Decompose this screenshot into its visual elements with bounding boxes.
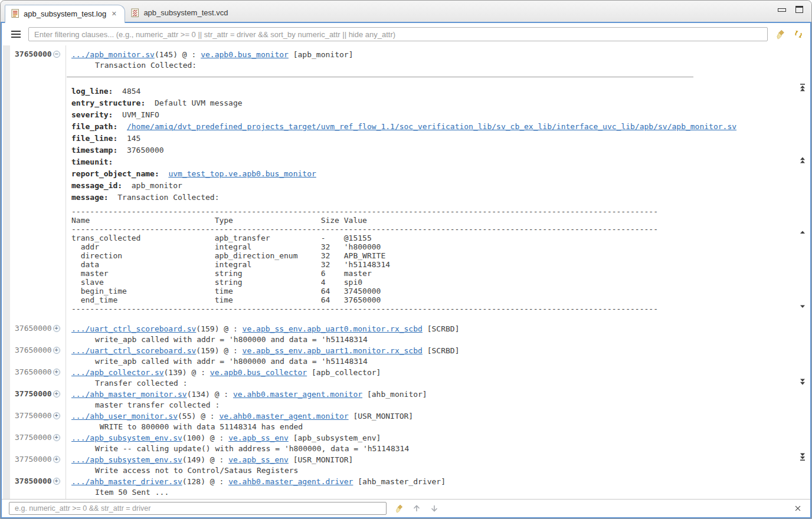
entry-gutter: 37650000− xyxy=(15,50,60,58)
entry-gutter: 37750000+ xyxy=(15,389,60,398)
clear-filter-icon[interactable] xyxy=(774,28,786,40)
clear-search-icon[interactable] xyxy=(394,503,404,514)
detail-field: message: Transaction Collected: xyxy=(71,192,794,203)
expand-icon[interactable]: + xyxy=(53,412,60,419)
tab-log-file[interactable]: apb_subsystem_test.log × xyxy=(5,5,125,23)
page-up-icon[interactable] xyxy=(799,156,806,165)
prev-match-icon[interactable] xyxy=(411,503,422,514)
source-file-link[interactable]: .../ahb_master_driver.sv xyxy=(71,477,182,486)
report-object-link[interactable]: ve.ahb0.master_agent.monitor xyxy=(219,412,348,421)
detail-field-link[interactable]: uvm_test_top.ve.apb0.bus_monitor xyxy=(168,169,316,178)
editor-tabbar: apb_subsystem_test.log × apb_subsystem_t… xyxy=(1,1,811,22)
expand-icon[interactable]: + xyxy=(53,390,60,398)
entry-header: .../apb_subsystem_env.sv(149) @ : ve.apb… xyxy=(71,455,794,465)
entry-message: Transfer collected : xyxy=(71,378,794,389)
detail-field: timestamp: 37650000 xyxy=(71,144,794,156)
tab-vcd-file[interactable]: apb_subsystem_test.vcd xyxy=(125,4,236,22)
message-id-tag: [USR_MONITOR] xyxy=(289,455,353,464)
log-entry: 37750000+.../ahb_master_monitor.sv(134) … xyxy=(2,389,794,410)
message-id-tag: [SCRBD] xyxy=(423,324,460,333)
entry-header: .../ahb_user_monitor.sv(55) @ : ve.ahb0.… xyxy=(71,411,794,422)
message-id-tag: [apb_monitor] xyxy=(289,50,353,59)
entry-timestamp: 37650000 xyxy=(15,324,52,333)
next-entry-icon[interactable] xyxy=(799,302,806,311)
source-file-link[interactable]: .../apb_subsystem_env.sv xyxy=(71,455,182,464)
entry-gutter: 37650000+ xyxy=(15,346,60,354)
entry-gutter: 37650000+ xyxy=(15,324,60,333)
expand-icon[interactable]: + xyxy=(53,478,60,485)
table-line: master string 6 master xyxy=(71,269,794,278)
detail-field: timeunit: xyxy=(71,156,794,168)
expand-icon[interactable]: + xyxy=(53,456,60,463)
page-down-icon[interactable] xyxy=(799,377,806,386)
tab-label: apb_subsystem_test.vcd xyxy=(143,8,228,17)
detail-field-link[interactable]: /home/amiq/dvt_predefined_projects_targe… xyxy=(127,122,736,131)
report-object-link[interactable]: ve.apb0.bus_monitor xyxy=(201,50,289,59)
maximize-icon[interactable] xyxy=(795,6,803,13)
entry-message: write_apb called with addr = 'h800000 an… xyxy=(71,334,794,345)
window-controls xyxy=(778,6,803,13)
detail-field: message_id: apb_monitor xyxy=(71,180,794,192)
entry-header: .../ahb_master_monitor.sv(134) @ : ve.ah… xyxy=(71,389,794,400)
report-object-link[interactable]: ve.apb_ss_env.apb_uart0.monitor.rx_scbd xyxy=(243,324,423,333)
menu-icon[interactable] xyxy=(10,28,22,41)
log-entry: 37650000+.../uart_ctrl_scoreboard.sv(159… xyxy=(2,346,794,367)
report-object-link[interactable]: ve.ahb0.master_agent.monitor xyxy=(233,390,362,399)
message-id-tag: [ahb_monitor] xyxy=(362,390,427,399)
at-separator: (149) @ : xyxy=(182,455,228,464)
collapse-icon[interactable]: − xyxy=(53,51,60,58)
log-view[interactable]: 37650000− .../apb_monitor.sv(145) @ : ve… xyxy=(2,45,810,499)
close-tab-icon[interactable]: × xyxy=(112,10,116,17)
source-file-link[interactable]: .../ahb_master_monitor.sv xyxy=(71,390,187,399)
report-object-link[interactable]: ve.ahb0.master_agent.driver xyxy=(228,477,353,486)
report-object-link[interactable]: ve.apb0.bus_collector xyxy=(210,368,307,377)
source-file-link[interactable]: .../ahb_user_monitor.sv xyxy=(71,412,178,421)
table-line: ----------------------------------------… xyxy=(71,225,794,234)
report-object-link[interactable]: ve.apb_ss_env.apb_uart1.monitor.rx_scbd xyxy=(243,346,423,355)
entry-gutter: 37750000+ xyxy=(15,411,60,420)
prev-entry-icon[interactable] xyxy=(799,228,806,236)
minimize-icon[interactable] xyxy=(778,8,786,12)
table-line: trans_collected apb_transfer - @15155 xyxy=(71,234,794,242)
table-line: slave string 4 spi0 xyxy=(71,278,794,287)
log-entry: 37750000+.../ahb_user_monitor.sv(55) @ :… xyxy=(2,411,794,432)
search-input[interactable] xyxy=(9,502,387,515)
message-id-tag: [SCRBD] xyxy=(423,346,460,355)
entry-header: .../apb_subsystem_env.sv(100) @ : ve.apb… xyxy=(71,433,794,444)
expand-icon[interactable]: + xyxy=(53,434,60,441)
entry-message: Item 50 Sent ... xyxy=(71,487,794,498)
message-id-tag: [ahb_master_driver] xyxy=(353,477,446,486)
expand-icon[interactable]: + xyxy=(53,369,60,376)
log-scroll: 37650000− .../apb_monitor.sv(145) @ : ve… xyxy=(2,45,794,499)
at-separator: @ : xyxy=(178,50,201,59)
entry-timestamp: 37850000 xyxy=(15,477,52,485)
report-object-link[interactable]: ve.apb_ss_env xyxy=(228,433,289,442)
entry-header: .../ahb_master_driver.sv(128) @ : ve.ahb… xyxy=(71,477,794,487)
source-file-link[interactable]: .../apb_collector.sv xyxy=(71,368,164,377)
source-file-link[interactable]: .../apb_monitor.sv xyxy=(71,50,155,59)
filter-input[interactable] xyxy=(28,27,768,41)
source-file-link[interactable]: .../apb_subsystem_env.sv xyxy=(71,433,182,442)
entry-timestamp: 37650000 xyxy=(15,50,52,58)
log-entry: 37750000+.../apb_subsystem_env.sv(100) @… xyxy=(2,433,794,454)
report-object-link[interactable]: ve.apb_ss_env xyxy=(228,455,289,464)
next-match-icon[interactable] xyxy=(429,503,440,514)
entry-timestamp: 37750000 xyxy=(15,433,52,442)
table-line: begin_time time 64 37450000 xyxy=(71,287,794,295)
source-file-link[interactable]: .../uart_ctrl_scoreboard.sv xyxy=(71,324,196,333)
refresh-icon[interactable] xyxy=(793,28,804,40)
filter-toolbar xyxy=(2,23,810,45)
entry-timestamp: 37750000 xyxy=(15,411,52,420)
expand-icon[interactable]: + xyxy=(53,325,60,332)
message-id-tag: [USR_MONITOR] xyxy=(349,412,414,421)
source-file-link[interactable]: .../uart_ctrl_scoreboard.sv xyxy=(71,346,196,355)
entry-header: .../uart_ctrl_scoreboard.sv(159) @ : ve.… xyxy=(71,346,794,356)
jump-first-icon[interactable] xyxy=(799,83,806,92)
log-entry: 37650000+.../apb_collector.sv(139) @ : v… xyxy=(2,367,794,389)
expand-icon[interactable]: + xyxy=(53,347,60,354)
close-search-icon[interactable] xyxy=(793,503,803,514)
entry-message: write_apb called with addr = 'h800000 an… xyxy=(71,356,794,367)
at-separator: (100) @ : xyxy=(182,433,228,442)
entry-message: Write -- calling update() with address =… xyxy=(71,444,794,454)
jump-last-icon[interactable] xyxy=(799,452,806,461)
